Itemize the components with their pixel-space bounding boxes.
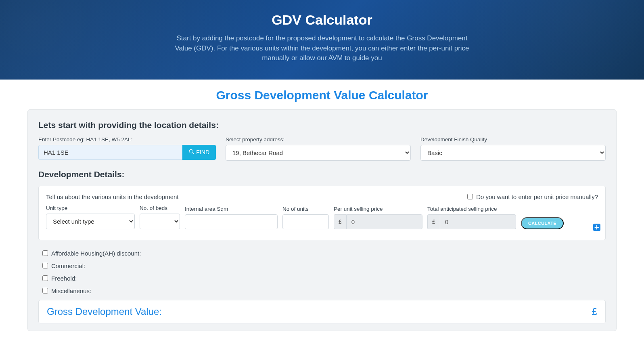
dev-heading: Development Details:: [38, 170, 606, 179]
gdv-value: £: [592, 306, 597, 317]
options-list: Affordable Housing(AH) discount: Commerc…: [38, 250, 606, 294]
manual-price-checkbox[interactable]: [467, 194, 473, 199]
hero-title: GDV Calculator: [8, 12, 636, 28]
find-button-label: FIND: [196, 149, 209, 155]
hero-subtitle: Start by adding the postcode for the pro…: [169, 34, 475, 63]
section-title: Gross Development Value Calculator: [0, 88, 644, 102]
no-units-input[interactable]: [282, 214, 329, 229]
currency-prefix: £: [427, 214, 440, 229]
area-input[interactable]: [185, 214, 278, 229]
find-button[interactable]: FIND: [182, 145, 216, 160]
manual-price-toggle[interactable]: Do you want to enter per unit price manu…: [467, 193, 598, 200]
commercial-checkbox[interactable]: [42, 263, 48, 268]
ah-discount-checkbox[interactable]: [42, 250, 48, 256]
address-select[interactable]: 19, Bethecar Road: [226, 145, 411, 161]
calculator-card: Lets start with providing the location d…: [27, 109, 617, 331]
col-no-units: No of units: [282, 206, 329, 212]
per-unit-input: [346, 214, 422, 229]
postcode-label: Enter Postcode eg: HA1 1SE, W5 2AL:: [38, 136, 216, 143]
col-area: Internal area Sqm: [185, 206, 278, 212]
ah-discount-toggle[interactable]: Affordable Housing(AH) discount:: [42, 250, 606, 257]
unit-type-select[interactable]: Select unit type: [46, 214, 135, 229]
misc-label: Miscellaneous:: [51, 287, 91, 294]
freehold-toggle[interactable]: Freehold:: [42, 275, 606, 282]
misc-checkbox[interactable]: [42, 288, 48, 293]
col-unit-type: Unit type: [46, 205, 135, 211]
freehold-label: Freehold:: [51, 275, 77, 282]
col-no-beds: No. of beds: [140, 205, 180, 211]
gdv-result-bar: Gross Development Value: £: [38, 300, 606, 323]
no-beds-select[interactable]: [140, 214, 180, 229]
col-total: Total anticipated selling price: [427, 206, 516, 212]
commercial-toggle[interactable]: Commercial:: [42, 262, 606, 269]
postcode-input[interactable]: [38, 145, 182, 160]
calculate-button[interactable]: CALCULATE: [521, 217, 564, 229]
currency-prefix: £: [334, 214, 346, 229]
location-heading: Lets start with providing the location d…: [38, 120, 606, 130]
add-row-icon[interactable]: [593, 224, 600, 231]
total-input: [440, 214, 516, 229]
hero-banner: GDV Calculator Start by adding the postc…: [0, 0, 644, 80]
quality-select[interactable]: Basic: [420, 145, 606, 161]
search-icon: [189, 149, 194, 155]
gdv-title: Gross Development Value:: [47, 306, 162, 317]
address-label: Select property address:: [226, 136, 411, 143]
misc-toggle[interactable]: Miscellaneous:: [42, 287, 606, 294]
freehold-checkbox[interactable]: [42, 275, 48, 281]
units-card: Tell us about the various units in the d…: [38, 186, 606, 240]
quality-label: Development Finish Quality: [420, 136, 606, 143]
units-intro: Tell us about the various units in the d…: [46, 193, 179, 200]
col-per-unit: Per unit selling price: [334, 206, 422, 212]
manual-price-label: Do you want to enter per unit price manu…: [476, 193, 598, 200]
units-grid: Unit type Select unit type No. of beds I…: [46, 205, 598, 229]
ah-discount-label: Affordable Housing(AH) discount:: [51, 250, 141, 257]
location-row: Enter Postcode eg: HA1 1SE, W5 2AL: FIND…: [38, 136, 606, 161]
commercial-label: Commercial:: [51, 262, 85, 269]
